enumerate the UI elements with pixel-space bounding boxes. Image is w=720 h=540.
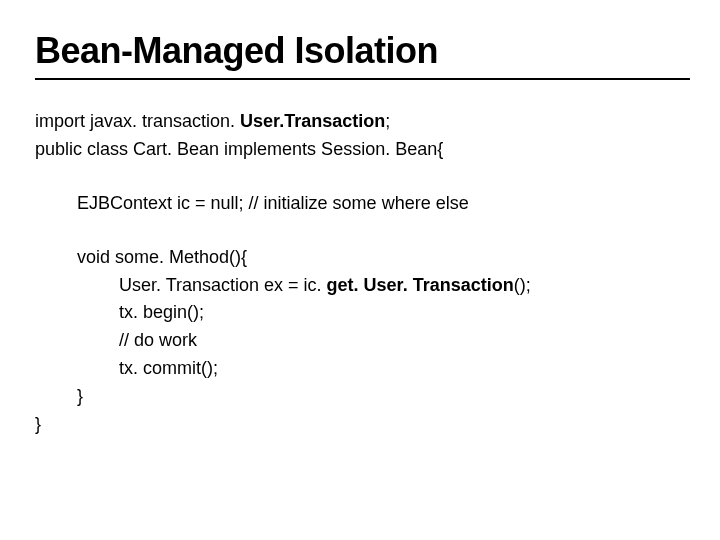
code-line-2: public class Cart. Bean implements Sessi… — [35, 136, 690, 164]
code-line-3: EJBContext ic = null; // initialize some… — [35, 190, 690, 218]
code-text: ; — [385, 111, 390, 131]
code-block: import javax. transaction. User.Transact… — [35, 108, 690, 439]
code-bold: get. User. Transaction — [327, 275, 514, 295]
code-line-6: tx. begin(); — [35, 299, 690, 327]
code-line-5: User. Transaction ex = ic. get. User. Tr… — [35, 272, 690, 300]
code-line-8: tx. commit(); — [35, 355, 690, 383]
title-underline — [35, 78, 690, 80]
code-text: (); — [514, 275, 531, 295]
code-line-4: void some. Method(){ — [35, 244, 690, 272]
code-line-9: } — [35, 383, 690, 411]
code-line-10: } — [35, 411, 690, 439]
code-text: import javax. transaction. — [35, 111, 240, 131]
code-bold: User.Transaction — [240, 111, 385, 131]
code-line-7: // do work — [35, 327, 690, 355]
code-text: User. Transaction ex = ic. — [119, 275, 327, 295]
code-line-1: import javax. transaction. User.Transact… — [35, 108, 690, 136]
slide-title: Bean-Managed Isolation — [35, 30, 690, 72]
